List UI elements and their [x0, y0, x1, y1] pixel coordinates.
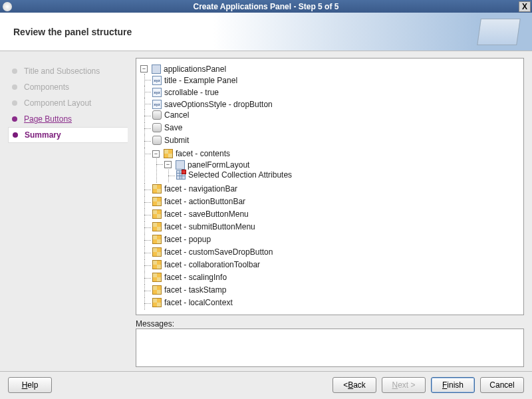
tree-facet[interactable]: facet - popup: [152, 235, 211, 244]
step-components: Components: [8, 79, 128, 95]
back-button[interactable]: < Back: [332, 377, 376, 393]
wizard-footer: Help < Back Next > Finish Cancel: [0, 371, 532, 399]
facet-icon: [152, 247, 162, 257]
help-rest: elp: [27, 380, 38, 390]
tree-node-label: scrollable - true: [164, 88, 219, 97]
button-icon: [152, 110, 162, 120]
tree-node-label: Submit: [164, 136, 189, 145]
finish-rest: inish: [447, 380, 464, 390]
tree-facet[interactable]: facet - localContext: [152, 298, 233, 307]
tree-attr[interactable]: xyztitle - Example Panel: [152, 76, 237, 85]
tree-facet[interactable]: facet - customSaveDropButton: [152, 247, 273, 257]
finish-button[interactable]: Finish: [431, 377, 475, 393]
close-button[interactable]: X: [519, 1, 531, 12]
attribute-icon: xyz: [152, 88, 162, 97]
tree-attr[interactable]: xyzscrollable - true: [152, 88, 219, 97]
help-button[interactable]: Help: [8, 377, 52, 393]
expand-toggle[interactable]: −: [164, 161, 172, 168]
messages-label: Messages:: [136, 319, 524, 329]
step-page-buttons[interactable]: Page Buttons: [8, 111, 128, 127]
tree-node-label: title - Example Panel: [164, 76, 237, 85]
step-component-layout: Component Layout: [8, 95, 128, 111]
next-rest: ext >: [398, 380, 415, 390]
tree-node-label: facet - navigationBar: [164, 184, 237, 194]
tree-node-label: facet - actionButtonBar: [164, 197, 245, 206]
expand-toggle[interactable]: −: [140, 65, 148, 72]
facet-icon: [152, 235, 162, 244]
tree-facet[interactable]: facet - submitButtonMenu: [152, 222, 255, 231]
step-label: Components: [24, 82, 69, 92]
tree-node-label: Selected Collection Attributes: [188, 170, 292, 180]
tree-collection-attributes[interactable]: Selected Collection Attributes: [176, 170, 292, 180]
next-mnemonic: N: [392, 380, 398, 390]
tree-facet[interactable]: facet - saveButtonMenu: [152, 209, 249, 219]
tree-node-label: facet - taskStamp: [164, 285, 226, 295]
facet-icon: [152, 209, 162, 219]
facet-icon: [152, 273, 162, 282]
step-label: Component Layout: [24, 98, 91, 108]
tree-node-label: facet - localContext: [164, 298, 233, 307]
tree-facet[interactable]: facet - navigationBar: [152, 184, 237, 194]
step-summary: Summary: [8, 127, 128, 143]
tree-facet[interactable]: facet - scalingInfo: [152, 273, 227, 282]
tree-node-label: facet - saveButtonMenu: [164, 209, 249, 219]
tree-facet-contents[interactable]: − facet - contents: [152, 149, 230, 158]
back-rest: ack: [353, 380, 366, 390]
cancel-button[interactable]: Cancel: [480, 377, 524, 393]
wizard-steps-sidebar: Title and Subsections Components Compone…: [8, 58, 128, 367]
facet-icon: [152, 184, 162, 194]
panel-icon: [152, 65, 161, 74]
tree-button[interactable]: Submit: [152, 136, 189, 145]
tree-node-label: applicationsPanel: [164, 65, 226, 74]
step-label: Page Buttons: [24, 114, 72, 124]
wizard-header: Review the panel structure: [0, 13, 532, 51]
button-icon: [152, 123, 162, 132]
page-title: Review the panel structure: [13, 27, 132, 37]
messages-box[interactable]: [136, 329, 524, 367]
tree-panelformlayout[interactable]: − panelFormLayout: [164, 160, 249, 170]
facet-icon: [152, 285, 162, 295]
expand-toggle[interactable]: −: [152, 150, 160, 158]
tree-facet[interactable]: facet - collaborationToolbar: [152, 260, 260, 269]
step-label: Summary: [25, 130, 61, 140]
tree-facet[interactable]: facet - actionButtonBar: [152, 197, 245, 206]
tree-node-label: facet - popup: [164, 235, 211, 244]
tree-node-label: facet - customSaveDropButton: [164, 247, 273, 257]
facet-icon: [152, 298, 162, 307]
window-title: Create Applications Panel - Step 5 of 5: [194, 2, 339, 11]
attribute-icon: xyz: [152, 76, 162, 85]
help-mnemonic: H: [22, 380, 28, 390]
facet-icon: [152, 260, 162, 269]
tree-button[interactable]: Save: [152, 123, 182, 132]
tree-node-label: saveOptionsStyle - dropButton: [164, 100, 273, 109]
structure-tree[interactable]: − applicationsPanel xyztitle - Example P…: [136, 58, 524, 315]
facet-icon: [152, 197, 162, 206]
app-icon: [3, 2, 12, 11]
tree-attr[interactable]: xyzsaveOptionsStyle - dropButton: [152, 100, 273, 109]
tree-button[interactable]: Cancel: [152, 110, 189, 120]
step-label: Title and Subsections: [24, 66, 100, 76]
collection-icon: [176, 170, 186, 180]
back-mnemonic: B: [348, 380, 353, 390]
attribute-icon: xyz: [152, 100, 162, 109]
step-title-and-subsections: Title and Subsections: [8, 63, 128, 79]
tree-node-label: Save: [164, 123, 182, 132]
titlebar: Create Applications Panel - Step 5 of 5 …: [0, 0, 532, 13]
button-icon: [152, 136, 162, 145]
next-button: Next >: [382, 377, 426, 393]
facet-icon: [152, 222, 162, 231]
tree-root[interactable]: − applicationsPanel: [140, 65, 226, 74]
tree-node-label: Cancel: [164, 110, 189, 120]
tree-node-label: facet - submitButtonMenu: [164, 222, 255, 231]
header-graphic: [477, 19, 521, 45]
tree-node-label: facet - contents: [176, 149, 230, 158]
tree-node-label: facet - scalingInfo: [164, 273, 227, 282]
tree-node-label: panelFormLayout: [188, 160, 249, 170]
tree-node-label: facet - collaborationToolbar: [164, 260, 260, 269]
tree-facet[interactable]: facet - taskStamp: [152, 285, 226, 295]
facet-icon: [164, 149, 173, 158]
finish-mnemonic: F: [442, 380, 447, 390]
form-layout-icon: [176, 160, 185, 170]
